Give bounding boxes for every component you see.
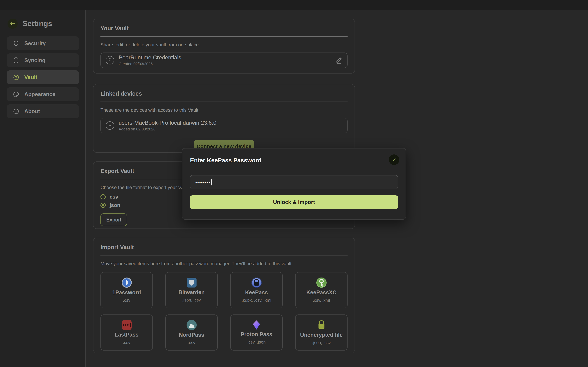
vault-name: PearRuntime Credentials: [119, 54, 181, 61]
back-button[interactable]: [8, 18, 18, 29]
keepass-logo-icon: [252, 277, 262, 288]
keepassxc-logo-icon: [316, 277, 327, 288]
sidebar-item-appearance[interactable]: Appearance: [7, 87, 79, 101]
divider: [100, 36, 348, 37]
sidebar-item-label: Appearance: [24, 91, 55, 98]
keyhole-circle-icon: [105, 121, 114, 130]
settings-sidebar: Settings Security Syncing Vaul: [0, 10, 86, 367]
sidebar-item-label: About: [24, 108, 40, 115]
lastpass-logo-icon: [122, 320, 132, 330]
protonpass-logo-icon: [253, 320, 260, 330]
edit-vault-button[interactable]: [335, 56, 343, 64]
divider: [100, 255, 348, 255]
sidebar-item-syncing[interactable]: Syncing: [7, 53, 79, 67]
section-title: Your Vault: [100, 25, 348, 32]
provider-formats: .csv: [188, 340, 195, 345]
password-input[interactable]: ••••••••: [190, 175, 398, 189]
divider: [100, 101, 348, 102]
provider-name: KeePassXC: [306, 289, 336, 296]
sidebar-item-about[interactable]: About: [7, 104, 79, 118]
radio-label: csv: [110, 194, 118, 200]
provider-name: NordPass: [179, 332, 204, 338]
section-description: These are the devices with access to thi…: [100, 108, 348, 113]
import-provider-keepass[interactable]: KeePass .kdbx, .csv, .xml: [230, 272, 283, 308]
import-vault-card: Import Vault Move your saved items here …: [93, 238, 355, 353]
radio-button-csv[interactable]: [100, 194, 106, 200]
window-titlebar: [0, 0, 588, 10]
provider-formats: .json, .csv: [182, 298, 201, 303]
sidebar-header: Settings: [8, 18, 52, 29]
nordpass-logo-icon: [187, 320, 197, 330]
section-title: Import Vault: [100, 244, 348, 250]
section-title: Linked devices: [100, 90, 348, 97]
provider-formats: .kdbx, .csv, .xml: [242, 298, 271, 303]
unlock-import-button[interactable]: Unlock & Import: [190, 195, 398, 209]
provider-formats: .csv, .json: [247, 340, 266, 345]
your-vault-card: Your Vault Share, edit, or delete your v…: [93, 19, 355, 74]
palette-icon: [13, 91, 19, 98]
edit-pencil-icon: [335, 56, 343, 64]
section-description: Move your saved items here from another …: [100, 261, 348, 267]
provider-name: 1Password: [112, 289, 141, 296]
import-provider-1password[interactable]: 1Password .csv: [100, 272, 153, 308]
unencrypted-lock-icon: [316, 320, 327, 330]
provider-formats: .json, .csv: [312, 340, 331, 345]
provider-formats: .csv: [123, 340, 130, 345]
import-provider-unencrypted[interactable]: Unencrypted file .json, .csv: [295, 315, 348, 350]
keyhole-circle-icon: [105, 56, 114, 65]
sync-icon: [13, 57, 19, 64]
dialog-title: Enter KeePass Password: [190, 157, 261, 164]
radio-button-json[interactable]: [100, 203, 106, 208]
back-arrow-icon: [10, 21, 15, 26]
section-description: Share, edit, or delete your vault from o…: [100, 42, 348, 48]
bitwarden-logo-icon: [187, 278, 196, 287]
vault-created-date: Created 02/03/2026: [119, 62, 181, 66]
import-provider-nordpass[interactable]: NordPass .csv: [165, 315, 218, 350]
provider-formats: .csv: [123, 298, 130, 303]
keepass-password-dialog: Enter KeePass Password •••••••• Unlock &…: [182, 148, 406, 220]
sidebar-item-label: Syncing: [24, 57, 46, 64]
device-text: users-MacBook-Pro.local darwin 23.6.0 Ad…: [119, 120, 216, 132]
sidebar-item-label: Security: [24, 40, 46, 47]
export-button[interactable]: Export: [100, 213, 127, 226]
page-title: Settings: [23, 19, 52, 28]
shield-icon: [13, 40, 19, 47]
provider-name: Unencrypted file: [300, 332, 343, 338]
radio-label: json: [110, 202, 120, 208]
vault-item-row[interactable]: PearRuntime Credentials Created 02/03/20…: [100, 52, 348, 68]
vault-item-text: PearRuntime Credentials Created 02/03/20…: [119, 54, 181, 66]
sidebar-item-vault[interactable]: Vault: [7, 70, 79, 84]
provider-formats: .csv, .xml: [313, 298, 330, 303]
sidebar-nav: Security Syncing Vault: [7, 36, 79, 118]
sidebar-item-security[interactable]: Security: [7, 36, 79, 50]
text-cursor: [211, 179, 212, 185]
import-provider-protonpass[interactable]: Proton Pass .csv, .json: [230, 315, 283, 350]
vault-key-icon: [13, 74, 19, 81]
provider-name: Proton Pass: [241, 331, 272, 338]
import-providers-grid: 1Password .csv Bitwarden .json, .csv Kee…: [100, 272, 348, 350]
provider-name: Bitwarden: [179, 289, 205, 296]
close-dialog-button[interactable]: [389, 154, 399, 165]
device-row[interactable]: users-MacBook-Pro.local darwin 23.6.0 Ad…: [100, 118, 348, 133]
sidebar-item-label: Vault: [24, 74, 37, 81]
import-provider-bitwarden[interactable]: Bitwarden .json, .csv: [165, 272, 218, 308]
close-icon: [392, 158, 396, 162]
import-provider-keepassxc[interactable]: KeePassXC .csv, .xml: [295, 272, 348, 308]
device-name: users-MacBook-Pro.local darwin 23.6.0: [119, 120, 216, 126]
1password-logo-icon: [122, 277, 132, 288]
provider-name: KeePass: [245, 289, 268, 296]
linked-devices-card: Linked devices These are the devices wit…: [93, 84, 355, 153]
import-provider-lastpass[interactable]: LastPass .csv: [100, 315, 153, 350]
provider-name: LastPass: [115, 332, 139, 338]
info-icon: [13, 108, 19, 115]
device-added-date: Added on 02/03/2026: [119, 127, 216, 132]
